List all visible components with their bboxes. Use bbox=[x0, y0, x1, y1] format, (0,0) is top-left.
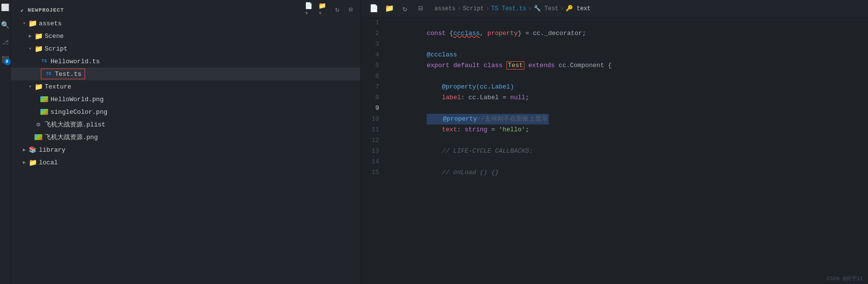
folder-script-icon: 📁 bbox=[34, 45, 43, 53]
line-num-2: 2 bbox=[361, 28, 385, 39]
new-file-icon[interactable]: 📄+ bbox=[305, 4, 315, 15]
git-icon[interactable]: ⎇ bbox=[1, 38, 10, 47]
sidebar-item-local[interactable]: ▶ 📁 local bbox=[11, 156, 360, 169]
chevron-right-icon: ▶ bbox=[20, 146, 28, 154]
sidebar-item-helloworld[interactable]: TS Helloworld.ts bbox=[11, 55, 360, 68]
code-comment-onload: // onLoad () {} bbox=[427, 169, 499, 176]
collapse-toolbar-icon[interactable]: ⊟ bbox=[415, 3, 426, 14]
chevron-right-icon: ▶ bbox=[20, 159, 28, 166]
sidebar-item-script[interactable]: ▾ 📁 Script bbox=[11, 42, 360, 55]
breadcrumb-testts[interactable]: TS Test.ts bbox=[491, 5, 526, 12]
sidebar-item-helloworld-png[interactable]: HelloWorld.png bbox=[11, 93, 360, 106]
breadcrumb-sep-2: › bbox=[486, 5, 489, 12]
code-punct: } = cc._decorator; bbox=[518, 30, 586, 37]
code-class: class bbox=[484, 62, 503, 69]
line-num-5: 5 bbox=[361, 60, 385, 71]
code-export: export bbox=[427, 62, 450, 69]
code-indent bbox=[427, 94, 442, 101]
code-indent bbox=[428, 115, 443, 123]
line-num-9: 9 bbox=[361, 103, 385, 114]
code-space bbox=[524, 62, 528, 69]
code-decorator: @ccclass bbox=[427, 51, 457, 58]
image-icon bbox=[40, 95, 49, 103]
line-num-6: 6 bbox=[361, 71, 385, 82]
code-punct: , bbox=[480, 30, 487, 37]
code-extends: extends bbox=[528, 62, 555, 69]
chevron-down-icon: ▾ bbox=[26, 45, 34, 53]
code-property: property bbox=[487, 30, 518, 37]
code-classname: Test bbox=[506, 61, 524, 70]
folder-icon: 📁 bbox=[28, 159, 37, 166]
breadcrumb-sep-3: › bbox=[528, 5, 532, 12]
line-num-13: 13 bbox=[361, 146, 385, 157]
sidebar-item-label: library bbox=[39, 146, 66, 154]
sidebar-item-plist[interactable]: ⚙ 飞机大战资源.plist bbox=[11, 118, 360, 131]
code-string-type: string bbox=[465, 126, 487, 133]
keyword-const: const bbox=[427, 30, 446, 37]
search-icon[interactable]: 🔍 bbox=[1, 20, 10, 29]
plist-icon: ⚙ bbox=[34, 121, 43, 128]
code-property-decorator: @property(cc.Label) bbox=[442, 83, 514, 90]
code-line-6: @property(cc.Label) bbox=[389, 71, 868, 82]
code-comment-text: //去掉则不在面板上显示 bbox=[477, 115, 548, 123]
line-num-12: 12 bbox=[361, 135, 385, 146]
code-indent bbox=[427, 83, 442, 90]
chevron-down-icon: ▾ bbox=[20, 19, 28, 27]
code-space bbox=[503, 62, 506, 69]
sidebar-item-label: 飞机大战资源.png bbox=[45, 133, 98, 142]
code-line-14: // onLoad () {} bbox=[389, 157, 868, 167]
code-string-val: 'hello' bbox=[499, 126, 525, 133]
code-editor[interactable]: 1 2 3 4 5 6 7 8 9 10 11 12 13 14 15 cons… bbox=[361, 18, 868, 284]
breadcrumb-script[interactable]: Script bbox=[463, 5, 484, 12]
sidebar-item-singlecolor-png[interactable]: singleColor.png bbox=[11, 106, 360, 118]
chevron-right-icon: ▶ bbox=[26, 32, 34, 40]
sidebar-item-testts[interactable]: TS Test.ts bbox=[11, 68, 360, 80]
code-space bbox=[450, 62, 453, 69]
line-num-15: 15 bbox=[361, 167, 385, 178]
line-num-1: 1 bbox=[361, 18, 385, 28]
sidebar-item-scene[interactable]: ▶ 📁 Scene bbox=[11, 30, 360, 42]
line-num-8: 8 bbox=[361, 92, 385, 103]
code-colon: : bbox=[457, 126, 465, 133]
extensions-badge: 8 bbox=[4, 58, 11, 65]
code-property-comment: @property bbox=[443, 115, 477, 123]
code-comment-lifecycle: // LIFE-CYCLE CALLBACKS: bbox=[427, 147, 533, 155]
code-text-prop: text bbox=[442, 126, 457, 133]
image-icon bbox=[40, 108, 49, 116]
code-line-12: // LIFE-CYCLE CALLBACKS: bbox=[389, 135, 868, 146]
sidebar-title: ↙ NEWPROJECT bbox=[15, 3, 70, 16]
folder-icon: 📁 bbox=[28, 19, 37, 27]
code-line-1: const {ccclass, property} = cc._decorato… bbox=[389, 18, 868, 28]
code-default: default bbox=[453, 62, 480, 69]
refresh-icon[interactable]: ↻ bbox=[332, 4, 343, 15]
library-icon: 📚 bbox=[28, 146, 37, 154]
sidebar-item-library[interactable]: ▶ 📚 library bbox=[11, 143, 360, 156]
breadcrumb-test-class[interactable]: 🔧 Test bbox=[534, 5, 558, 12]
code-space bbox=[480, 62, 484, 69]
new-file-toolbar-icon[interactable]: 📄 bbox=[368, 3, 379, 14]
explorer-icon[interactable]: ⬜ bbox=[1, 3, 10, 12]
line-num-7: 7 bbox=[361, 82, 385, 92]
collapse-icon[interactable]: ⊟ bbox=[346, 4, 356, 15]
ts-icon: TS bbox=[40, 59, 49, 64]
new-folder-toolbar-icon[interactable]: 📁 bbox=[384, 3, 395, 14]
refresh-toolbar-icon[interactable]: ↻ bbox=[399, 3, 410, 14]
new-folder-icon[interactable]: 📁+ bbox=[318, 4, 329, 15]
sidebar-item-label: Scene bbox=[45, 33, 64, 40]
activity-bar: ⬜ 🔍 ⎇ ⬛ 8 bbox=[0, 0, 11, 284]
code-content[interactable]: const {ccclass, property} = cc._decorato… bbox=[385, 18, 868, 284]
sidebar-item-assets[interactable]: ▾ 📁 assets bbox=[11, 17, 360, 30]
line-num-14: 14 bbox=[361, 157, 385, 167]
breadcrumb-assets[interactable]: assets bbox=[434, 5, 455, 12]
sidebar-item-label: Helloworld.ts bbox=[51, 58, 100, 65]
breadcrumb-text-prop[interactable]: 🔑 text bbox=[566, 5, 590, 12]
sidebar-item-label: assets bbox=[39, 20, 62, 27]
watermark: CSDN @向宇it bbox=[827, 275, 863, 282]
editor-area: 📄 📁 ↻ ⊟ assets › Script › TS Test.ts › 🔧… bbox=[361, 0, 868, 284]
sidebar-item-res-png[interactable]: 飞机大战资源.png bbox=[11, 131, 360, 143]
code-indent bbox=[427, 126, 442, 133]
code-colon: : cc.Label = bbox=[461, 94, 510, 101]
sidebar-item-label: Script bbox=[45, 45, 68, 53]
breadcrumb: assets › Script › TS Test.ts › 🔧 Test › … bbox=[434, 5, 590, 12]
sidebar-item-texture[interactable]: ▾ 📁 Texture bbox=[11, 80, 360, 93]
